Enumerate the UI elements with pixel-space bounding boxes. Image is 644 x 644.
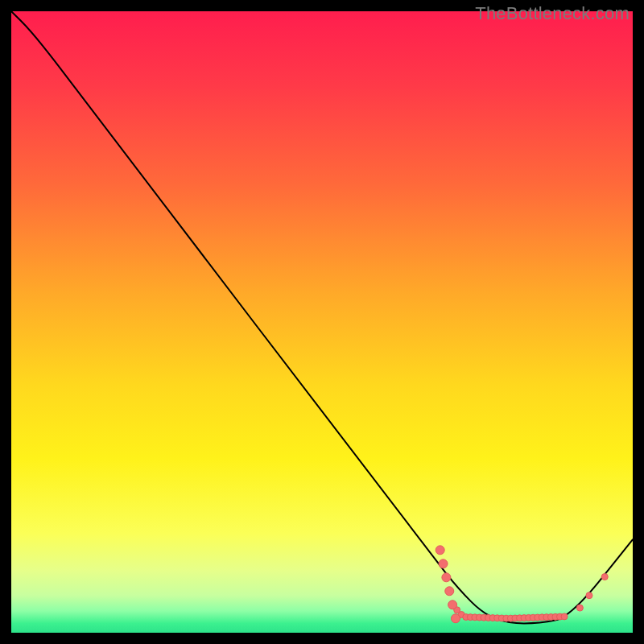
- data-marker: [586, 592, 592, 599]
- data-marker: [561, 613, 568, 620]
- data-marker: [576, 605, 583, 611]
- data-marker: [451, 614, 460, 623]
- chart-stage: TheBottleneck.com: [0, 0, 644, 644]
- chart-background: [11, 11, 633, 633]
- data-marker: [448, 601, 457, 609]
- data-marker: [439, 559, 448, 568]
- chart-svg: [11, 11, 633, 633]
- data-marker: [436, 546, 444, 555]
- data-marker: [601, 574, 608, 580]
- watermark-text: TheBottleneck.com: [475, 3, 630, 24]
- data-marker: [442, 573, 451, 582]
- data-marker: [445, 587, 454, 596]
